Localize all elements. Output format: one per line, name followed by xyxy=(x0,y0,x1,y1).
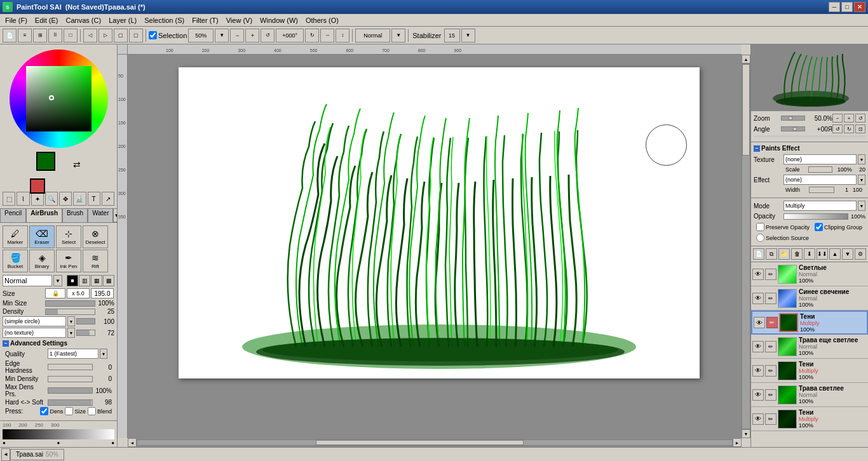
minimize-button[interactable]: ─ xyxy=(829,2,840,12)
menu-canvas[interactable]: Canvas (C) xyxy=(62,15,105,25)
swap-colors-icon[interactable]: ⇄ xyxy=(73,159,81,170)
toolbar-flip-h[interactable]: ↔ xyxy=(320,29,334,43)
zoom-slider[interactable] xyxy=(781,116,805,121)
tab-scroll-left[interactable]: ◄ xyxy=(1,448,10,461)
layer-eye-2[interactable]: 👁 xyxy=(752,293,764,304)
toolbar-arrow-l[interactable]: ◁ xyxy=(83,29,97,43)
layer-copy[interactable]: ⧉ xyxy=(766,248,777,260)
maximize-button[interactable]: □ xyxy=(841,2,853,12)
toolbar-square[interactable]: □ xyxy=(64,29,78,43)
layer-pen-2[interactable]: ✏ xyxy=(765,293,776,304)
mode-select[interactable]: Multiply xyxy=(783,201,857,211)
min-density-slider[interactable] xyxy=(48,376,93,382)
layer-up[interactable]: ▲ xyxy=(829,248,841,260)
toolbar-zoom[interactable]: 50% xyxy=(188,29,214,43)
subtool-inkpen[interactable]: ✒ Ink Pen xyxy=(56,250,81,272)
layer-item[interactable]: 👁 ✏ Тени Multiply 100% xyxy=(751,407,868,431)
close-button[interactable]: ✕ xyxy=(854,2,865,12)
toolbar-zoom-down[interactable]: ▼ xyxy=(215,29,229,43)
layer-pen-1[interactable]: ✏ xyxy=(765,269,776,280)
layer-settings[interactable]: ⚙ xyxy=(855,248,866,260)
blend-icon-4[interactable]: ▩ xyxy=(103,275,114,286)
tool-eyedropper[interactable]: 🔬 xyxy=(73,192,86,206)
blend-mode-select[interactable]: Normal xyxy=(3,275,52,286)
toolbar-grid[interactable]: ⊞ xyxy=(33,29,47,43)
tab-water[interactable]: Water xyxy=(88,208,113,222)
press-size-checkbox[interactable] xyxy=(65,407,73,415)
secondary-color-swatch[interactable] xyxy=(30,178,45,194)
zoom-plus[interactable]: + xyxy=(844,114,854,123)
menu-others[interactable]: Others (O) xyxy=(302,15,342,25)
color-wheel[interactable] xyxy=(10,50,108,148)
toolbar-lines[interactable]: ≡ xyxy=(18,29,32,43)
size-multiplier[interactable]: x 5.0 xyxy=(67,288,90,298)
selection-source-radio[interactable] xyxy=(756,234,764,242)
layer-eye-7[interactable]: 👁 xyxy=(752,413,764,425)
angle-reset[interactable]: ⊡ xyxy=(855,124,865,133)
tool-select-rect[interactable]: ⬚ xyxy=(3,192,15,206)
menu-layer[interactable]: Layer (L) xyxy=(105,15,140,25)
vscroll-up[interactable]: ▲ xyxy=(742,55,750,63)
quality-dropdown[interactable]: ▼ xyxy=(100,349,107,359)
menu-selection[interactable]: Selection (S) xyxy=(140,15,188,25)
effect-pe-select[interactable]: (none) xyxy=(783,175,857,185)
layer-eye-4[interactable]: 👁 xyxy=(752,341,764,352)
color-wheel-container[interactable] xyxy=(10,50,108,148)
toolbar-blend-dropdown[interactable]: ▼ xyxy=(391,29,405,43)
toolbar-rotate-ccw[interactable]: ↺ xyxy=(261,29,275,43)
toolbar-rotation[interactable]: +000° xyxy=(276,29,304,43)
layer-delete[interactable]: 🗑 xyxy=(791,248,803,260)
min-size-slider[interactable] xyxy=(45,300,95,307)
blend-icon-3[interactable]: ▦ xyxy=(91,275,102,286)
angle-slider[interactable] xyxy=(781,126,805,131)
layer-pen-4[interactable]: ✏ xyxy=(765,341,776,352)
vscroll-thumb[interactable] xyxy=(742,64,750,156)
layer-pen-3[interactable]: ✏ xyxy=(766,317,778,328)
toolbar-new[interactable]: 📄 xyxy=(3,29,17,43)
toolbar-b2[interactable]: ▢ xyxy=(129,29,143,43)
zoom-reset[interactable]: ↺ xyxy=(855,114,865,123)
tab-travaasai[interactable]: Трава.sai 50% xyxy=(10,449,64,460)
subtool-deselect[interactable]: ⊗ Deselect xyxy=(83,225,108,248)
subtool-bucket[interactable]: 🪣 Bucket xyxy=(3,250,28,272)
layer-down[interactable]: ▼ xyxy=(842,248,853,260)
texture-slider[interactable] xyxy=(76,330,95,336)
blend-icon-1[interactable]: ■ xyxy=(67,275,78,286)
layer-merge-all[interactable]: ⬇⬇ xyxy=(817,248,828,260)
layer-eye-5[interactable]: 👁 xyxy=(752,365,764,377)
zoom-minus[interactable]: − xyxy=(832,114,843,123)
mode-dropdown[interactable]: ▼ xyxy=(858,201,865,211)
toolbar-zoom-plus[interactable]: + xyxy=(245,29,259,43)
layer-item[interactable]: 👁 ✏ Светлые Normal 100% xyxy=(751,262,868,286)
effect-pe-dropdown[interactable]: ▼ xyxy=(858,175,865,185)
menu-edit[interactable]: Edit (E) xyxy=(31,15,62,25)
circle-slider[interactable] xyxy=(76,318,95,324)
layer-pen-6[interactable]: ✏ xyxy=(765,389,776,401)
press-blend-checkbox[interactable] xyxy=(88,407,96,415)
color-gradient-bar[interactable] xyxy=(3,429,114,439)
color-square-dark[interactable] xyxy=(26,66,92,131)
tool-lasso[interactable]: ⌇ xyxy=(17,192,29,206)
layer-pen-5[interactable]: ✏ xyxy=(765,365,776,377)
preserve-opacity-checkbox[interactable] xyxy=(756,223,764,231)
texture-pe-select[interactable]: (none) xyxy=(783,154,857,164)
layer-eye-1[interactable]: 👁 xyxy=(752,269,764,280)
layer-item[interactable]: 👁 ✏ Синее свечение Normal 100% xyxy=(751,286,868,311)
subtool-marker[interactable]: 🖊 Marker xyxy=(3,225,28,248)
hscroll-thumb[interactable] xyxy=(316,440,524,445)
menu-filter[interactable]: Filter (T) xyxy=(188,15,222,25)
tab-pencil[interactable]: Pencil xyxy=(0,208,26,222)
tab-airbrush[interactable]: AirBrush xyxy=(26,208,62,222)
subtool-eraser[interactable]: ⌫ Eraser xyxy=(29,225,55,248)
angle-ccw[interactable]: ↺ xyxy=(832,124,843,133)
subtool-rift[interactable]: ≋ Rift xyxy=(83,250,108,272)
vscroll-track[interactable] xyxy=(742,63,750,429)
toolbar-zoom-minus[interactable]: − xyxy=(230,29,244,43)
density-slider[interactable] xyxy=(45,309,95,315)
primary-color-swatch[interactable] xyxy=(36,152,55,171)
size-lock[interactable]: 🔒 xyxy=(45,288,65,298)
texture-pe-dropdown[interactable]: ▼ xyxy=(858,154,865,164)
hscroll-right[interactable]: ► xyxy=(733,438,742,447)
circle-dropdown[interactable]: ▼ xyxy=(67,316,75,326)
layer-item[interactable]: 👁 ✏ Трава еще светлее Normal 100% xyxy=(751,335,868,359)
